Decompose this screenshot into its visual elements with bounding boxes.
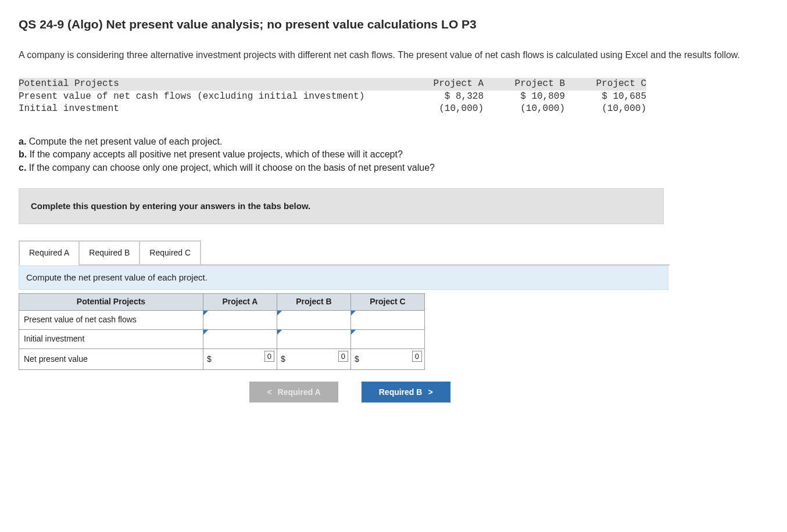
npv-a-value: 0: [264, 351, 274, 362]
data-row2-c: (10,000): [565, 103, 646, 116]
tab-required-a[interactable]: Required A: [19, 240, 80, 264]
question-a-text: Compute the net present value of each pr…: [26, 136, 222, 146]
next-button-label: Required B: [379, 387, 423, 397]
data-row2-a: (10,000): [402, 103, 484, 116]
data-row1-label: Present value of net cash flows (excludi…: [19, 91, 402, 103]
input-pv-a[interactable]: [208, 313, 272, 327]
question-b: b. If the company accepts all positive n…: [19, 148, 768, 161]
answer-row2-c[interactable]: [351, 329, 425, 348]
data-header-label: Potential Projects: [19, 78, 402, 91]
data-row2-b: (10,000): [484, 103, 565, 116]
tab-required-b[interactable]: Required B: [78, 240, 140, 264]
answer-row1-a[interactable]: [203, 310, 277, 329]
answer-header-c: Project C: [351, 293, 425, 310]
data-row1-a: $ 8,328: [402, 91, 484, 103]
answer-row2-a[interactable]: [203, 329, 277, 348]
question-a: a. Compute the net present value of each…: [19, 135, 768, 148]
input-pv-c[interactable]: [356, 313, 420, 327]
data-row2-label: Initial investment: [19, 103, 402, 116]
data-header-col-b: Project B: [484, 78, 565, 91]
chevron-right-icon: >: [428, 387, 432, 397]
question-list: a. Compute the net present value of each…: [19, 135, 768, 174]
input-ii-c[interactable]: [356, 332, 420, 346]
answer-header-0: Potential Projects: [19, 293, 203, 310]
currency-symbol: $: [207, 354, 212, 365]
cell-marker-icon: [351, 330, 356, 335]
data-header-col-c: Project C: [565, 78, 646, 91]
answer-header-a: Project A: [203, 293, 277, 310]
tab-instruction: Compute the net present value of each pr…: [19, 265, 668, 290]
answer-npv-b: $ 0: [277, 348, 351, 369]
input-ii-b[interactable]: [282, 332, 346, 346]
prev-button-label: Required A: [278, 387, 321, 397]
answer-npv-a: $ 0: [203, 348, 277, 369]
page-title: QS 24-9 (Algo) Net present value analysi…: [19, 16, 768, 33]
question-c-text: If the company can choose only one proje…: [26, 163, 435, 172]
answer-row2-label: Initial investment: [19, 329, 203, 348]
input-ii-a[interactable]: [208, 332, 272, 346]
data-block: Potential Projects Project A Project B P…: [19, 78, 646, 116]
npv-b-value: 0: [338, 351, 348, 362]
nav-buttons: < Required A Required B >: [135, 382, 565, 402]
data-row1-c: $ 10,685: [565, 91, 646, 103]
cell-marker-icon: [203, 311, 208, 315]
question-b-text: If the company accepts all positive net …: [27, 149, 403, 159]
answer-row1-b[interactable]: [277, 310, 351, 329]
cell-marker-icon: [203, 330, 208, 335]
prev-button: < Required A: [249, 382, 338, 402]
data-row1-b: $ 10,809: [484, 91, 565, 103]
tab-required-c[interactable]: Required C: [139, 240, 201, 264]
question-c: c. If the company can choose only one pr…: [19, 161, 768, 174]
answer-npv-c: $ 0: [351, 348, 425, 369]
answer-table: Potential Projects Project A Project B P…: [19, 293, 425, 370]
chevron-left-icon: <: [267, 387, 271, 397]
currency-symbol: $: [355, 354, 359, 365]
answer-row2-b[interactable]: [277, 329, 351, 348]
intro-text: A company is considering three alternati…: [19, 49, 751, 62]
answer-row1-label: Present value of net cash flows: [19, 310, 203, 329]
answer-row1-c[interactable]: [351, 310, 425, 329]
instruction-banner: Complete this question by entering your …: [19, 188, 664, 224]
currency-symbol: $: [281, 354, 285, 365]
npv-c-value: 0: [412, 351, 422, 362]
tab-strip: Required A Required B Required C: [19, 240, 670, 265]
data-header-col-a: Project A: [402, 78, 484, 91]
question-a-tag: a.: [19, 136, 26, 146]
question-c-tag: c.: [19, 163, 26, 172]
cell-marker-icon: [277, 311, 282, 315]
next-button[interactable]: Required B >: [362, 382, 450, 402]
answer-row3-label: Net present value: [19, 348, 203, 369]
cell-marker-icon: [277, 330, 282, 335]
question-b-tag: b.: [19, 149, 27, 159]
cell-marker-icon: [351, 311, 356, 315]
answer-header-b: Project B: [277, 293, 351, 310]
input-pv-b[interactable]: [282, 313, 346, 327]
